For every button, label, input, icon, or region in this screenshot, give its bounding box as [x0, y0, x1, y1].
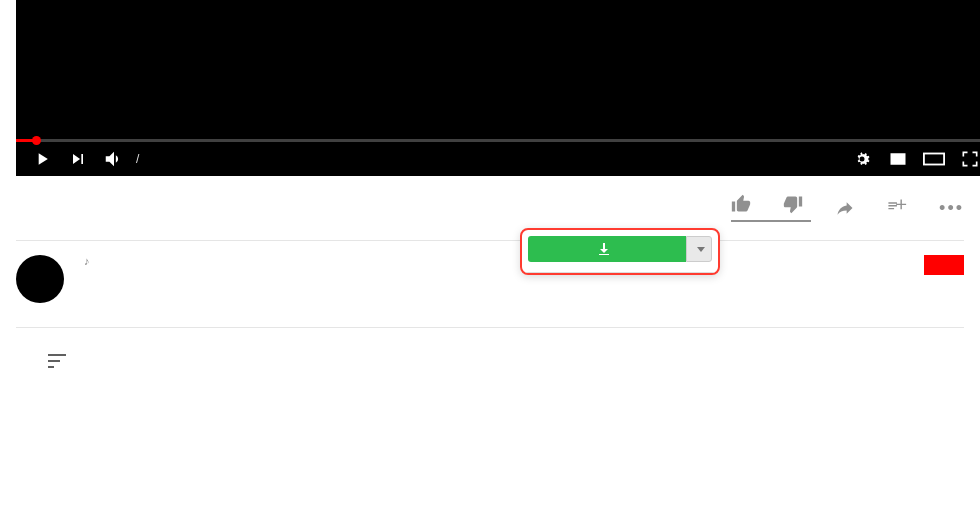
- thumb-up-icon: [731, 194, 751, 214]
- music-note-icon: ♪: [84, 255, 90, 267]
- save-button[interactable]: [887, 198, 915, 218]
- volume-icon[interactable]: [96, 141, 132, 177]
- download-icon: [599, 243, 609, 255]
- time-display: /: [136, 152, 139, 166]
- chevron-down-icon: [697, 247, 705, 252]
- like-button[interactable]: [731, 194, 759, 214]
- channel-row: ♪: [16, 255, 964, 303]
- channel-avatar[interactable]: [16, 255, 64, 303]
- quality-selector[interactable]: [686, 236, 712, 262]
- video-meta-row: •••: [16, 194, 964, 222]
- comments-header: [16, 354, 964, 368]
- sort-button[interactable]: [48, 354, 74, 368]
- sort-icon: [48, 354, 66, 368]
- play-icon[interactable]: [24, 141, 60, 177]
- player-controls: /: [16, 142, 980, 176]
- downloader-popup: [520, 228, 720, 275]
- downloader-format-list: [522, 272, 718, 273]
- theater-icon[interactable]: [916, 141, 952, 177]
- subscribe-button[interactable]: [924, 255, 964, 275]
- divider: [16, 327, 964, 328]
- next-icon[interactable]: [60, 141, 96, 177]
- action-bar: •••: [731, 194, 964, 222]
- more-actions-button[interactable]: •••: [939, 198, 964, 219]
- svg-rect-0: [924, 154, 944, 165]
- dislike-button[interactable]: [783, 194, 811, 214]
- fullscreen-icon[interactable]: [952, 141, 980, 177]
- video-player[interactable]: /: [16, 0, 980, 176]
- channel-name[interactable]: ♪: [80, 255, 90, 267]
- miniplayer-icon[interactable]: [880, 141, 916, 177]
- playlist-add-icon: [887, 198, 907, 218]
- download-button[interactable]: [528, 236, 686, 262]
- divider: [16, 240, 964, 241]
- share-button[interactable]: [835, 198, 863, 218]
- settings-icon[interactable]: [844, 141, 880, 177]
- share-icon: [835, 198, 855, 218]
- thumb-down-icon: [783, 194, 803, 214]
